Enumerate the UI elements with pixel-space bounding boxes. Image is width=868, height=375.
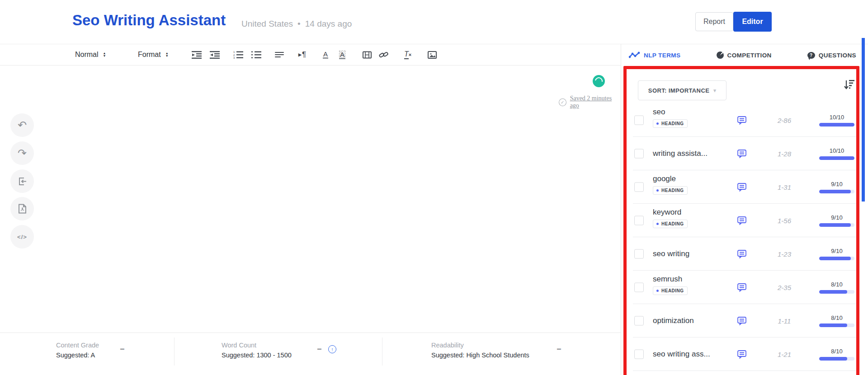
term-checkbox[interactable] [634, 182, 644, 192]
align-button[interactable] [275, 44, 284, 65]
svg-text:3: 3 [233, 56, 235, 59]
insert-link-button[interactable] [379, 44, 388, 65]
document-meta: United States • 14 days ago [241, 19, 352, 29]
import-icon [18, 177, 27, 186]
stats-divider [174, 338, 175, 366]
comment-icon[interactable] [737, 249, 747, 258]
sort-direction-button[interactable] [844, 79, 855, 90]
term-text: semrush [653, 275, 688, 284]
header: Seo Writing Assistant United States • 14… [0, 0, 868, 44]
format-dropdown[interactable]: Format ▲▼ [138, 44, 169, 65]
term-score: 8/10 [819, 314, 854, 327]
score-bar [819, 290, 854, 294]
saved-status[interactable]: ✓ Saved 2 minutes ago [559, 95, 621, 109]
ordered-list-button[interactable]: 1 2 3 [233, 44, 243, 65]
comment-icon[interactable] [737, 349, 747, 359]
term-checkbox[interactable] [634, 115, 644, 125]
term-score: 10/10 [819, 114, 854, 127]
report-button[interactable]: Report [695, 12, 733, 31]
ordered-list-icon: 1 2 3 [233, 51, 243, 59]
content-stats-bar: Content Grade Suggested: A – Word Count … [0, 333, 621, 375]
outdent-icon [192, 51, 202, 59]
term-row-google: google HEADING 1-31 9/10 [633, 170, 858, 204]
clear-formatting-button[interactable]: T × [404, 44, 411, 65]
score-bar [819, 323, 854, 327]
highlight-button[interactable]: A [339, 44, 345, 65]
word-count-target-icon[interactable]: ↑ [328, 345, 336, 353]
paragraph-direction-button[interactable]: ▶ ¶ [298, 44, 306, 65]
readability-label: Readability [431, 342, 464, 349]
seo-score-indicator[interactable] [593, 75, 605, 87]
score-bar [819, 156, 854, 160]
undo-button[interactable]: ↶ [10, 113, 34, 137]
embed-code-button[interactable]: </> [10, 225, 34, 248]
score-bar [819, 357, 854, 361]
comment-icon[interactable] [737, 182, 747, 192]
panel-tabs: NLP TERMS COMPETITION ? QUESTIONS [621, 44, 868, 66]
panel-scrollbar[interactable] [862, 38, 865, 202]
term-score: 9/10 [819, 214, 854, 227]
term-checkbox[interactable] [634, 282, 644, 292]
readability-suggested: Suggested: High School Students [431, 352, 529, 359]
comment-icon[interactable] [737, 115, 747, 125]
align-icon [275, 52, 284, 57]
content-grade-suggested: Suggested: A [56, 352, 95, 359]
import-text-button[interactable] [10, 169, 34, 193]
term-text: seo writing ass... [653, 350, 710, 359]
term-score: 8/10 [819, 281, 854, 294]
comment-icon[interactable] [737, 216, 747, 225]
embed-video-button[interactable] [363, 44, 372, 65]
paragraph-style-dropdown[interactable]: Normal ▲▼ [75, 44, 106, 65]
svg-text:1: 1 [233, 51, 235, 53]
export-pdf-button[interactable] [10, 197, 34, 220]
tab-questions[interactable]: ? QUESTIONS [807, 52, 856, 59]
term-text: seo [653, 108, 688, 117]
editor-toolbar: Normal ▲▼ Format ▲▼ [0, 44, 621, 66]
term-score: 10/10 [819, 147, 854, 160]
sort-dropdown[interactable]: SORT: IMPORTANCE ▾ [638, 80, 726, 100]
sort-descending-icon [844, 79, 855, 90]
term-row-semrush: semrush HEADING 2-35 8/10 [633, 271, 858, 304]
word-count-suggested: Suggested: 1300 - 1500 [222, 352, 292, 359]
heading-badge: HEADING [653, 286, 688, 295]
term-checkbox[interactable] [634, 149, 644, 158]
term-text: google [653, 174, 688, 183]
tab-nlp-terms[interactable]: NLP TERMS [629, 52, 680, 59]
redo-button[interactable]: ↷ [10, 141, 34, 165]
outdent-button[interactable] [192, 44, 202, 65]
term-text: writing assista... [653, 149, 708, 158]
editor-button[interactable]: Editor [733, 12, 772, 32]
content-grade-value: – [120, 345, 124, 353]
image-icon [428, 51, 437, 59]
comment-icon[interactable] [737, 149, 747, 158]
bullet-list-button[interactable] [251, 44, 261, 65]
clear-format-icon: T [404, 50, 409, 59]
term-range: 1-56 [769, 216, 800, 224]
insert-image-button[interactable] [428, 44, 437, 65]
heading-badge: HEADING [653, 220, 688, 228]
comment-icon[interactable] [737, 282, 747, 292]
text-color-button[interactable]: A [323, 44, 328, 65]
pilcrow-icon: ¶ [302, 50, 306, 59]
term-checkbox[interactable] [634, 216, 644, 225]
word-count-value: – [317, 345, 321, 353]
score-bar [819, 123, 854, 127]
word-count-label: Word Count [222, 342, 256, 349]
updown-arrows-icon: ▲▼ [165, 52, 169, 57]
tab-competition[interactable]: COMPETITION [717, 52, 772, 59]
comment-icon[interactable] [737, 316, 747, 325]
term-text: seo writing [653, 249, 689, 258]
term-range: 1-23 [769, 250, 800, 258]
svg-text:2: 2 [233, 54, 235, 56]
score-bar [819, 223, 854, 227]
term-checkbox[interactable] [634, 316, 644, 325]
term-checkbox[interactable] [634, 249, 644, 258]
highlight-icon: A [339, 51, 345, 59]
badge-dot-icon [656, 122, 659, 125]
text-color-icon: A [323, 51, 328, 59]
score-bar [819, 190, 854, 193]
indent-button[interactable] [210, 44, 220, 65]
recommendations-panel: NLP TERMS COMPETITION ? QUESTIONS SORT: … [621, 44, 868, 375]
meta-age: 14 days ago [305, 19, 352, 29]
term-checkbox[interactable] [634, 349, 644, 359]
